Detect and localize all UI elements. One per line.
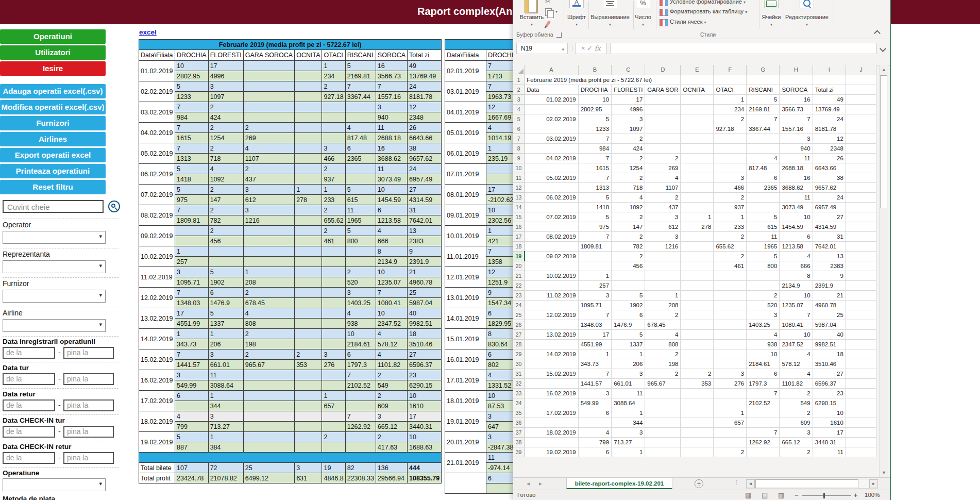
excel-cell[interactable] — [714, 153, 747, 163]
excel-cell[interactable]: 678.45 — [645, 320, 681, 329]
excel-cell[interactable] — [714, 300, 747, 310]
excel-cell[interactable]: 7 — [747, 388, 780, 398]
excel-cell[interactable]: 2169.81 — [747, 104, 780, 114]
excel-row-header[interactable]: 33 — [513, 388, 525, 398]
modify-operations-button[interactable]: Modifica operatii excel(.csv) — [0, 100, 106, 114]
confirm-entry-icon[interactable]: ✓ — [587, 44, 593, 52]
vertical-scrollbar[interactable]: ▲ ▼ — [879, 65, 888, 477]
excel-cell[interactable] — [846, 388, 876, 398]
excel-cell[interactable]: 4 — [645, 173, 681, 182]
excel-row-header[interactable]: 5 — [513, 114, 525, 124]
zoom-level[interactable]: 100% — [865, 492, 880, 498]
excel-row-header[interactable]: 15 — [513, 212, 525, 222]
excel-cell[interactable] — [747, 280, 780, 290]
excel-cell[interactable]: 661.01 — [612, 378, 645, 388]
excel-cell[interactable]: RISCANI — [747, 85, 780, 94]
excel-cell[interactable]: 4 — [780, 349, 813, 359]
excel-row-header[interactable]: 22 — [513, 280, 525, 290]
excel-cell[interactable] — [681, 408, 714, 418]
tabbar-splitter[interactable]: ⋮ — [734, 479, 739, 486]
select-all-corner[interactable] — [513, 65, 525, 75]
excel-cell[interactable] — [846, 280, 876, 290]
excel-row-header[interactable]: 3 — [513, 94, 525, 104]
reprezentanta-select[interactable] — [3, 260, 106, 273]
excel-cell[interactable] — [525, 300, 579, 310]
excel-cell[interactable]: 1615 — [578, 163, 611, 173]
excel-cell[interactable]: 27 — [813, 212, 846, 222]
excel-cell[interactable] — [645, 437, 681, 447]
zoom-in-icon[interactable]: + — [854, 491, 858, 499]
excel-cell[interactable] — [681, 202, 714, 212]
furnizori-button[interactable]: Furnizori — [0, 116, 106, 130]
excel-cell[interactable] — [645, 418, 681, 427]
excel-cell[interactable]: 1965 — [747, 241, 780, 251]
excel-cell[interactable]: 817.48 — [747, 163, 780, 173]
excel-cell[interactable]: 269 — [645, 163, 681, 173]
excel-cell[interactable]: 208 — [645, 300, 681, 310]
excel-row-header[interactable]: 38 — [513, 437, 525, 447]
excel-cell[interactable]: 26 — [813, 153, 846, 163]
excel-cell[interactable] — [846, 192, 876, 202]
excel-cell[interactable] — [780, 75, 813, 85]
excel-cell[interactable] — [846, 182, 876, 192]
excel-cell[interactable]: 6596.37 — [813, 378, 846, 388]
excel-column-header[interactable]: H — [780, 65, 813, 75]
excel-cell[interactable]: 800 — [747, 261, 780, 271]
excel-cell[interactable]: 718 — [612, 182, 645, 192]
expand-formula-bar-icon[interactable] — [880, 45, 886, 52]
excel-cell[interactable] — [747, 408, 780, 418]
prev-sheet-icon[interactable]: ◂ — [527, 480, 530, 487]
zoom-slider-thumb[interactable] — [823, 493, 825, 498]
active-sheet-tab[interactable]: bilete-raport-complex-19.02.201 — [566, 478, 672, 489]
excel-cell[interactable]: 278 — [681, 222, 714, 231]
excel-cell[interactable] — [813, 75, 846, 85]
excel-cell[interactable] — [747, 271, 780, 280]
excel-cell[interactable]: 03.02.2019 — [525, 134, 579, 143]
excel-cell[interactable] — [525, 320, 579, 329]
excel-cell[interactable] — [525, 359, 579, 369]
excel-cell[interactable] — [846, 143, 876, 153]
excel-cell[interactable] — [681, 329, 714, 339]
next-sheet-icon[interactable]: ▸ — [539, 480, 542, 487]
excel-cell[interactable]: SOROCA — [780, 85, 813, 94]
name-box[interactable]: N19 — [516, 43, 568, 54]
excel-row-header[interactable]: 25 — [513, 310, 525, 320]
excel-cell[interactable]: 276 — [714, 378, 747, 388]
excel-cell[interactable]: 3 — [578, 388, 611, 398]
reset-filter-button[interactable]: Reset filtru — [0, 180, 106, 194]
excel-row-header[interactable]: 39 — [513, 447, 525, 457]
checkin-retur-from-input[interactable]: de la — [3, 452, 55, 464]
excel-cell[interactable] — [681, 310, 714, 320]
excel-row-header[interactable]: 36 — [513, 418, 525, 427]
excel-cell[interactable]: 1454.59 — [780, 222, 813, 231]
excel-cell[interactable]: 11 — [780, 153, 813, 163]
excel-cell[interactable]: 2365 — [747, 182, 780, 192]
excel-cell[interactable]: 233 — [714, 222, 747, 231]
excel-cell[interactable]: 520 — [747, 300, 780, 310]
excel-cell[interactable] — [681, 75, 714, 85]
checkin-tur-to-input[interactable]: pina la — [63, 426, 114, 438]
excel-row-header[interactable]: 17 — [513, 231, 525, 241]
excel-cell[interactable] — [846, 94, 876, 104]
excel-cell[interactable] — [681, 388, 714, 398]
excel-cell[interactable]: 10 — [780, 212, 813, 222]
excel-cell[interactable] — [714, 75, 747, 85]
excel-cell[interactable] — [714, 437, 747, 447]
excel-cell[interactable] — [747, 202, 780, 212]
vertical-scrollbar-thumb[interactable] — [880, 75, 887, 208]
alignment-icon[interactable] — [603, 0, 617, 8]
excel-cell[interactable]: 1 — [645, 290, 681, 300]
excel-cell[interactable] — [681, 143, 714, 153]
search-input[interactable]: Cuvint cheie — [3, 200, 104, 213]
excel-cell[interactable]: 06.02.2019 — [525, 192, 579, 202]
excel-cell[interactable] — [714, 359, 747, 369]
excel-cell[interactable]: 1797.3 — [747, 378, 780, 388]
data-retur-to-input[interactable]: pina la — [63, 399, 114, 411]
excel-cell[interactable] — [525, 437, 579, 447]
excel-cell[interactable]: 3 — [645, 212, 681, 222]
excel-cell[interactable]: 10 — [780, 290, 813, 300]
excel-cell[interactable] — [747, 134, 780, 143]
excel-cell[interactable]: 6957.49 — [813, 202, 846, 212]
excel-cell[interactable]: 12.02.2019 — [525, 310, 579, 320]
excel-cell[interactable] — [747, 192, 780, 202]
